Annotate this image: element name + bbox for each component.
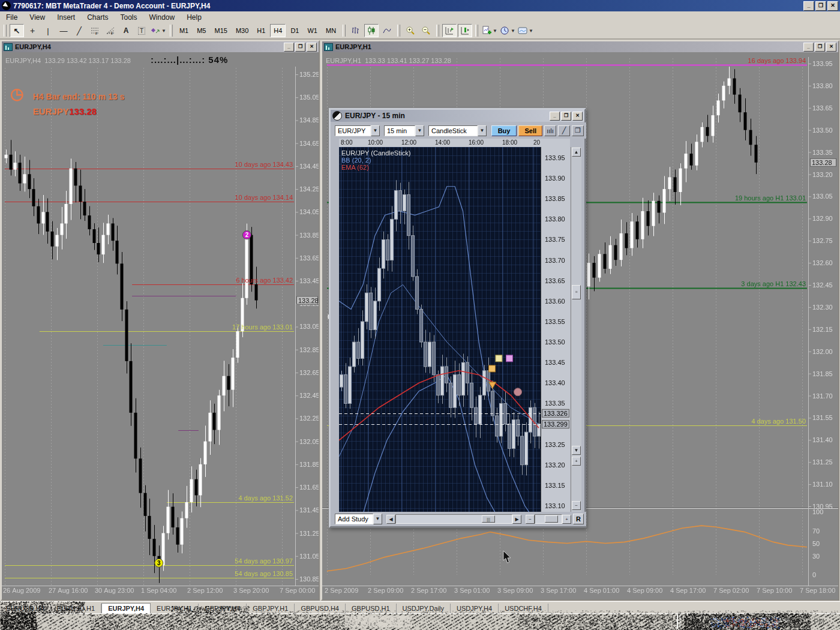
buy-button[interactable]: Buy <box>491 125 517 136</box>
symbol-select-arrow[interactable]: ▼ <box>371 125 380 136</box>
chart-type-select[interactable]: CandleStick <box>428 125 478 136</box>
tab-eurjpy-h1[interactable]: EURJPY,H1 <box>151 604 199 614</box>
maximize-button[interactable]: ❐ <box>815 1 826 11</box>
scroll-left-icon[interactable]: ◀ <box>386 515 395 524</box>
timeframe-m15[interactable]: M15 <box>211 24 230 37</box>
cursor-tool[interactable]: ↖ <box>10 24 24 37</box>
vertical-line-tool[interactable]: | <box>41 24 55 37</box>
toolbar-drag-handle[interactable] <box>397 25 400 37</box>
tab-gbpjpy-h1[interactable]: GBPJPY,H1 <box>247 604 295 614</box>
add-study-select[interactable]: Add Study <box>335 514 373 524</box>
draw-line-icon[interactable]: ╱ <box>558 125 570 136</box>
close-button[interactable]: ✕ <box>307 43 317 52</box>
tab-usdjpy-h4[interactable]: USDJPY,H4 <box>451 604 499 614</box>
maximize-button[interactable]: ❐ <box>815 43 825 52</box>
toolbar-drag-handle[interactable] <box>436 25 439 37</box>
timeframe-d1[interactable]: D1 <box>287 24 302 37</box>
tab-eurusd-h4[interactable]: EURUSD,H4 <box>0 604 51 614</box>
chart-window-title-bar[interactable]: EURJPY,H1 _ ❐ ✕ <box>322 41 838 52</box>
bar-chart-button[interactable] <box>349 24 363 37</box>
toolbar-drag-handle[interactable] <box>475 25 478 37</box>
volume-bars-icon[interactable]: ıılı <box>544 125 556 136</box>
add-study-arrow[interactable]: ▼ <box>373 514 382 524</box>
templates-button[interactable]: ▼ <box>517 24 534 37</box>
zoom-in-button[interactable] <box>403 24 418 37</box>
text-label-tool[interactable]: T <box>134 24 149 37</box>
tab-gbpjpy-h4[interactable]: GBPJPY,H4 <box>199 604 247 614</box>
trendline-tool[interactable]: ╱ <box>72 24 86 37</box>
fibonacci-tool[interactable]: F <box>88 24 102 37</box>
zoom-thumb[interactable] <box>545 515 558 523</box>
price-scrollbar[interactable]: ▲ ≡ ▼ + − <box>571 147 581 512</box>
timeframe-h1[interactable]: H1 <box>253 24 269 37</box>
quote-window-title-bar[interactable]: EUR/JPY - 15 min _ ❐ ✕ <box>331 110 584 122</box>
sell-button[interactable]: Sell <box>518 125 542 136</box>
tab-usdchf-h4[interactable]: USDCHF,H4 <box>499 604 548 614</box>
close-button[interactable]: ✕ <box>826 43 836 52</box>
zoom-in-button[interactable]: + <box>562 515 571 524</box>
zoom-track[interactable] <box>535 514 562 524</box>
chart-type-select-arrow[interactable]: ▼ <box>478 125 487 136</box>
maximize-button[interactable]: ❐ <box>561 112 571 121</box>
toolbar-drag-handle[interactable] <box>170 25 173 37</box>
menu-item-insert[interactable]: Insert <box>51 12 81 23</box>
h4-chart-canvas[interactable] <box>2 52 319 599</box>
menu-item-window[interactable]: Window <box>143 12 181 23</box>
scrollbar-thumb[interactable]: ≡ <box>572 285 581 299</box>
toolbar-drag-handle[interactable] <box>343 25 346 37</box>
tab-gbpusd-h4[interactable]: GBPUSD,H4 <box>295 604 346 614</box>
scroll-down-icon[interactable]: ▼ <box>572 446 581 455</box>
reset-button[interactable]: R <box>573 514 584 524</box>
timeframe-w1[interactable]: W1 <box>304 24 321 37</box>
menu-item-view[interactable]: View <box>23 12 51 23</box>
auto-scroll-button[interactable] <box>442 24 457 37</box>
scroll-up-icon[interactable]: ▲ <box>572 148 581 157</box>
chart-window-title-bar[interactable]: EURJPY,H4 _ ❐ ✕ <box>2 41 319 52</box>
crosshair-tool[interactable]: + <box>25 24 40 37</box>
timeframe-m5[interactable]: M5 <box>193 24 209 37</box>
timeframe-m30[interactable]: M30 <box>232 24 252 37</box>
taskbar[interactable] <box>0 613 840 630</box>
text-tool[interactable]: A <box>119 24 133 37</box>
candlestick-button[interactable] <box>364 24 379 37</box>
zoom-out-button[interactable]: − <box>526 515 535 524</box>
symbol-select[interactable]: EUR/JPY <box>335 125 371 136</box>
close-button[interactable]: ✕ <box>827 1 838 11</box>
timeframe-mn[interactable]: MN <box>322 24 340 37</box>
menu-item-help[interactable]: Help <box>181 12 208 23</box>
interval-select-arrow[interactable]: ▼ <box>415 125 424 136</box>
minimize-button[interactable]: _ <box>803 43 814 52</box>
tab-gbpusd-h1[interactable]: GBPUSD,H1 <box>346 604 397 614</box>
quote-chart-canvas[interactable] <box>339 147 570 512</box>
menu-item-charts[interactable]: Charts <box>81 12 114 23</box>
zoom-minus-button[interactable]: − <box>572 501 581 510</box>
horizontal-line-tool[interactable]: — <box>56 24 71 37</box>
menu-item-file[interactable]: File <box>0 12 23 23</box>
minimize-button[interactable]: _ <box>550 112 560 121</box>
indicators-button[interactable]: ▼ <box>481 24 498 37</box>
ohlc-info: EURJPY,H4 133.29 133.42 133.17 133.28 <box>5 57 131 64</box>
tab-usdjpy-daily[interactable]: USDJPY,Daily <box>397 604 451 614</box>
scroll-right-icon[interactable]: ▶ <box>512 515 521 524</box>
close-button[interactable]: ✕ <box>572 112 583 121</box>
line-chart-button[interactable] <box>380 24 394 37</box>
minimize-button[interactable]: _ <box>284 43 294 52</box>
tab-eurusd-h1[interactable]: EURUSD,H1 <box>51 604 102 614</box>
menu-item-tools[interactable]: Tools <box>115 12 143 23</box>
interval-select[interactable]: 15 min <box>384 125 415 136</box>
horizontal-scrollbar[interactable]: ||| <box>395 514 512 524</box>
maximize-button[interactable]: ❐ <box>295 43 305 52</box>
minimize-button[interactable]: _ <box>803 1 814 11</box>
new-window-icon[interactable]: ❐ <box>572 125 584 136</box>
fibonacci-fan-tool[interactable]: F <box>103 24 118 37</box>
hscroll-thumb[interactable]: ||| <box>482 515 495 523</box>
arrows-tool[interactable]: ▼ <box>150 24 167 37</box>
tab-eurjpy-h4[interactable]: EURJPY,H4 <box>101 603 151 614</box>
chart-shift-button[interactable] <box>458 24 472 37</box>
timeframe-m1[interactable]: M1 <box>176 24 192 37</box>
zoom-out-button[interactable] <box>419 24 433 37</box>
periods-button[interactable]: ▼ <box>499 24 516 37</box>
timeframe-h4[interactable]: H4 <box>270 24 286 37</box>
toolbar-drag-handle[interactable] <box>4 25 7 37</box>
zoom-plus-button[interactable]: + <box>572 457 581 466</box>
